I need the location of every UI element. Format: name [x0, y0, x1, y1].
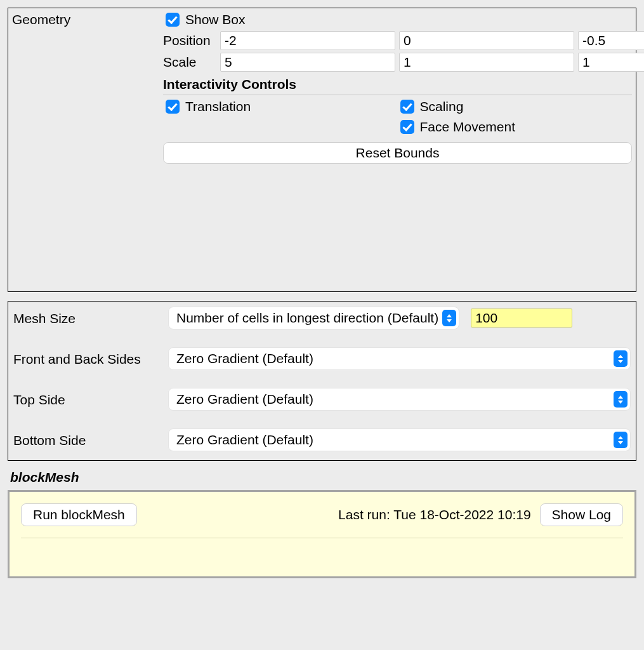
face-movement-label: Face Movement: [420, 119, 516, 135]
last-run-status: Last run: Tue 18-Oct-2022 10:19: [338, 507, 531, 522]
position-y-input[interactable]: [399, 31, 574, 50]
bottom-side-select[interactable]: Zero Gradient (Default): [168, 428, 631, 451]
front-back-select-value: Zero Gradient (Default): [176, 351, 313, 366]
position-z-input[interactable]: [578, 31, 644, 50]
chevron-updown-icon: [614, 391, 628, 408]
scale-y-input[interactable]: [399, 53, 574, 72]
front-back-select[interactable]: Zero Gradient (Default): [168, 347, 631, 370]
show-box-checkbox[interactable]: [166, 13, 180, 27]
divider: [163, 95, 632, 95]
mesh-size-select-value: Number of cells in longest direction (De…: [176, 310, 438, 326]
blockmesh-section-title: blockMesh: [10, 470, 634, 485]
bottom-side-label: Bottom Side: [13, 432, 168, 448]
position-label: Position: [163, 33, 216, 48]
top-side-select-value: Zero Gradient (Default): [176, 392, 313, 407]
top-side-label: Top Side: [13, 391, 168, 408]
run-panel: Run blockMesh Last run: Tue 18-Oct-2022 …: [8, 490, 636, 578]
face-movement-checkbox[interactable]: [400, 120, 414, 134]
bottom-side-select-value: Zero Gradient (Default): [176, 432, 313, 448]
chevron-updown-icon: [614, 350, 628, 367]
chevron-updown-icon: [614, 432, 628, 448]
top-side-select[interactable]: Zero Gradient (Default): [168, 388, 631, 411]
geometry-panel: Geometry Show Box Position Scale: [8, 8, 636, 292]
reset-bounds-button[interactable]: Reset Bounds: [163, 142, 632, 164]
translation-label: Translation: [185, 99, 251, 114]
interactivity-heading: Interactivity Controls: [163, 74, 632, 93]
scale-label: Scale: [163, 55, 216, 70]
geometry-section-label: Geometry: [12, 11, 163, 27]
front-back-label: Front and Back Sides: [13, 350, 168, 367]
mesh-size-input[interactable]: [471, 308, 572, 328]
mesh-size-select[interactable]: Number of cells in longest direction (De…: [168, 307, 459, 329]
scaling-label: Scaling: [420, 99, 464, 114]
mesh-size-label: Mesh Size: [13, 310, 168, 326]
scale-z-input[interactable]: [578, 53, 644, 72]
show-log-button[interactable]: Show Log: [540, 503, 623, 526]
translation-checkbox[interactable]: [166, 100, 180, 114]
scaling-checkbox[interactable]: [400, 100, 414, 114]
scale-x-input[interactable]: [220, 53, 395, 72]
chevron-updown-icon: [442, 310, 456, 326]
show-box-label: Show Box: [185, 12, 246, 27]
position-x-input[interactable]: [220, 31, 395, 50]
run-blockmesh-button[interactable]: Run blockMesh: [21, 503, 137, 526]
mesh-panel: Mesh Size Number of cells in longest dir…: [8, 301, 636, 461]
